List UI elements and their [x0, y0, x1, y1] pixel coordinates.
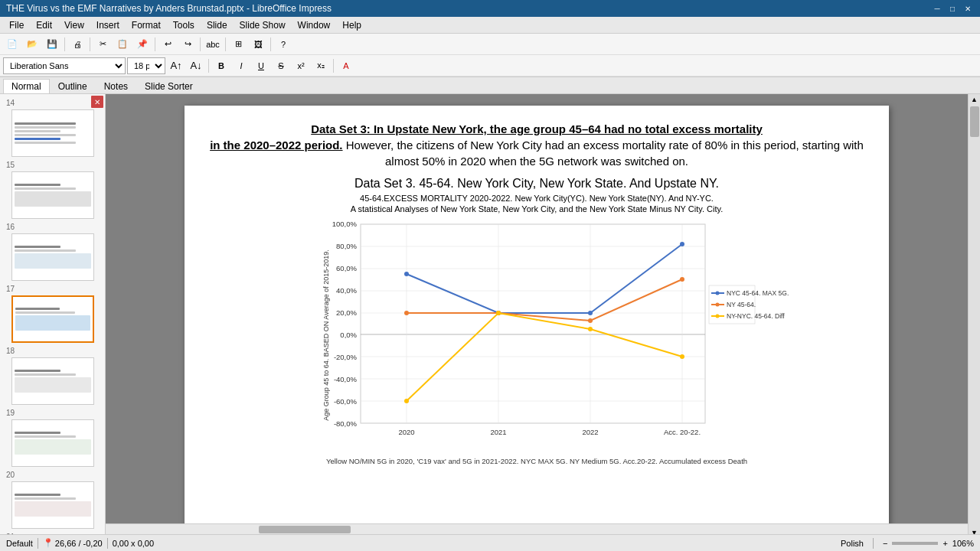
- y-label: -40,0%: [334, 375, 358, 383]
- copy-btn[interactable]: 📋: [113, 36, 132, 53]
- thumb-line: [15, 184, 60, 186]
- zoom-in-btn[interactable]: +: [942, 539, 947, 548]
- sep7: [208, 59, 209, 73]
- cut-btn[interactable]: ✂: [93, 36, 112, 53]
- slide-thumb-18[interactable]: [11, 357, 94, 405]
- strikethrough-btn[interactable]: S: [272, 57, 290, 74]
- superscript-btn[interactable]: x²: [292, 57, 310, 74]
- y-label: -80,0%: [334, 419, 358, 428]
- slide-content: Data Set 3: In Upstate New York, the age…: [185, 106, 889, 527]
- slide-thumb-19[interactable]: [11, 419, 94, 467]
- thumb-chart: [15, 439, 91, 455]
- zoom-out-btn[interactable]: −: [883, 539, 887, 548]
- statusbar: Default 📍 26,66 / -0,20 0,00 x 0,00 Poli…: [0, 534, 980, 551]
- decrease-font-btn[interactable]: A↓: [187, 57, 205, 74]
- menu-file[interactable]: File: [3, 18, 30, 32]
- slide-main-title: Data Set 3: In Upstate New York, the age…: [207, 121, 866, 169]
- ny-point: [588, 318, 593, 323]
- toolbar1: 📄 📂 💾 🖨 ✂ 📋 📌 ↩ ↪ abc ⊞ 🖼 ?: [0, 34, 980, 55]
- close-panel-button[interactable]: ✕: [91, 96, 103, 108]
- h-scrollbar[interactable]: [106, 523, 968, 534]
- thumb-line: [15, 432, 60, 434]
- increase-font-btn[interactable]: A↑: [167, 57, 185, 74]
- status-sep3: [873, 538, 874, 549]
- menu-help[interactable]: Help: [336, 18, 368, 32]
- undo-btn[interactable]: ↩: [158, 36, 177, 53]
- close-button[interactable]: ✕: [962, 2, 974, 15]
- slide-row-16: 16: [0, 221, 105, 283]
- help-btn[interactable]: ?: [274, 36, 292, 53]
- slide-thumb-17[interactable]: [11, 295, 94, 343]
- menu-insert[interactable]: Insert: [90, 18, 126, 32]
- thumb-line: [15, 142, 76, 144]
- slide-row-20: 20: [0, 469, 105, 531]
- menu-edit[interactable]: Edit: [30, 18, 58, 32]
- menu-slide[interactable]: Slide: [201, 18, 234, 32]
- slide-thumb-14[interactable]: [11, 109, 94, 157]
- thumb-chart: [15, 501, 91, 517]
- slide-thumb-15[interactable]: [11, 171, 94, 219]
- slide-row-19: 19: [0, 407, 105, 469]
- zoom-slider[interactable]: [892, 542, 938, 545]
- menu-slideshow[interactable]: Slide Show: [234, 18, 292, 32]
- menubar: File Edit View Insert Format Tools Slide…: [0, 17, 980, 34]
- tab-outline[interactable]: Outline: [50, 79, 96, 93]
- diff-point: [680, 354, 684, 359]
- menu-window[interactable]: Window: [292, 18, 337, 32]
- chart-background: [361, 224, 705, 423]
- italic-btn[interactable]: I: [232, 57, 250, 74]
- thumb-line: [15, 494, 60, 496]
- tab-notes[interactable]: Notes: [96, 79, 136, 93]
- thumb-chart: [15, 315, 90, 331]
- scroll-up-btn[interactable]: ▲: [969, 94, 979, 105]
- chart-label-2: A statistical Analyses of New York State…: [207, 204, 866, 214]
- new-btn[interactable]: 📄: [3, 36, 21, 53]
- y-label: -60,0%: [334, 397, 358, 406]
- sep3: [155, 37, 155, 51]
- maximize-button[interactable]: □: [946, 2, 959, 15]
- status-page-info: Default: [6, 539, 33, 548]
- print-btn[interactable]: 🖨: [68, 36, 87, 53]
- underline-btn[interactable]: U: [252, 57, 270, 74]
- open-btn[interactable]: 📂: [23, 36, 41, 53]
- save-btn[interactable]: 💾: [43, 36, 61, 53]
- title-underline-bold-2: in the 2020–2022 period.: [210, 139, 342, 152]
- thumb-line: [15, 311, 75, 314]
- slide-panel: ✕ 14 15: [0, 94, 106, 538]
- thumb-line: [15, 249, 76, 252]
- title-regular: However, the citizens of New York City h…: [343, 139, 864, 168]
- menu-view[interactable]: View: [58, 18, 90, 32]
- right-scrollbar[interactable]: ▲ ▼: [968, 94, 980, 538]
- slide-thumb-16[interactable]: [11, 233, 94, 281]
- font-size-select[interactable]: 18 pt: [127, 57, 165, 74]
- font-color-btn[interactable]: A: [337, 57, 355, 74]
- redo-btn[interactable]: ↪: [178, 36, 197, 53]
- legend-nyc-dot: [716, 292, 720, 295]
- scroll-thumb[interactable]: [970, 106, 979, 137]
- bold-btn[interactable]: B: [212, 57, 230, 74]
- thumb-line: [15, 308, 60, 310]
- font-name-select[interactable]: Liberation Sans: [3, 57, 126, 74]
- tab-normal[interactable]: Normal: [3, 79, 50, 93]
- hscroll-thumb[interactable]: [259, 526, 351, 533]
- y-label: 100,0%: [332, 220, 358, 228]
- insert-image-btn[interactable]: 🖼: [249, 36, 267, 53]
- slide-thumb-20[interactable]: [11, 481, 94, 529]
- minimize-button[interactable]: ─: [931, 2, 943, 15]
- slide-subtitle: Data Set 3. 45-64. New York City, New Yo…: [207, 177, 866, 191]
- paste-btn[interactable]: 📌: [133, 36, 152, 53]
- slide-num-18: 18: [6, 347, 15, 355]
- spell-btn[interactable]: abc: [204, 36, 222, 53]
- menu-tools[interactable]: Tools: [167, 18, 201, 32]
- tab-slide-sorter[interactable]: Slide Sorter: [136, 79, 201, 93]
- insert-table-btn[interactable]: ⊞: [229, 36, 247, 53]
- subscript-btn[interactable]: x₂: [312, 57, 330, 74]
- thumb-line: [15, 130, 60, 132]
- legend-ny-dot: [716, 303, 720, 307]
- menu-format[interactable]: Format: [126, 18, 167, 32]
- status-sep1: [38, 538, 38, 549]
- legend-diff-dot: [716, 315, 720, 318]
- sep4: [200, 37, 201, 51]
- thumb-chart: [15, 253, 91, 269]
- thumb-line: [15, 246, 60, 248]
